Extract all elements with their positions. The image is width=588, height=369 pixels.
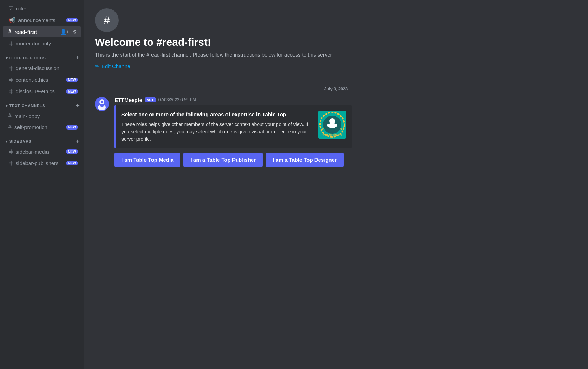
sidebar: ☑ rules 📢 announcements NEW # read-first… [0,0,84,369]
role-buttons-group: I am Table Top Media I am a Table Top Pu… [114,153,577,167]
add-member-button[interactable]: 👤+ [59,28,70,35]
hash-icon: # [8,29,12,35]
channel-self-promotion[interactable]: # self-promotion NEW [3,122,81,132]
new-badge: NEW [66,89,78,94]
add-channel-button[interactable]: + [74,55,81,61]
svg-text:TABLE TOP INITIATIVE: TABLE TOP INITIATIVE [323,134,342,136]
chevron-icon: ▾ [6,56,8,60]
add-channel-button[interactable]: + [74,138,81,145]
locked-hash-icon: ⋕ [8,76,13,83]
svg-rect-10 [327,124,331,127]
channel-rules[interactable]: ☑ rules [3,3,81,14]
embed-thumbnail: ★ ★ ★ ★ TABLE TOP INITIATIVE [318,111,346,139]
new-badge: NEW [66,125,78,130]
message-body: ETTMeeple BOT 07/03/2023 6:59 PM Select … [114,97,577,167]
btn-table-top-publisher[interactable]: I am a Table Top Publisher [183,153,263,167]
channel-action-group: 👤+ ⚙ [59,28,78,35]
channel-description: This is the start of the #read-first cha… [95,51,409,59]
channel-label: sidebar-media [16,149,65,155]
channel-label: read-first [14,29,58,35]
embed-text: Select one or more of the following area… [121,111,313,143]
hash-icon: # [8,113,12,119]
messages-area: July 3, 2023 ETTMeeple [84,75,588,369]
hash-symbol: # [104,14,110,27]
btn-table-top-designer[interactable]: I am a Table Top Designer [266,153,344,167]
channel-header: # Welcome to #read-first! This is the st… [84,0,588,75]
section-sidebars: ▾ SIDEBARS + [0,133,84,146]
channel-label: disclosure-ethics [16,88,65,94]
message-item: ETTMeeple BOT 07/03/2023 6:59 PM Select … [95,97,577,167]
message-timestamp: 07/03/2023 6:59 PM [158,97,196,102]
rules-icon: ☑ [8,5,13,12]
hash-icon: # [8,124,12,130]
edit-channel-label: Edit Channel [102,63,132,69]
locked-hash-icon: ⋕ [8,160,13,167]
embed-title: Select one or more of the following area… [121,111,313,118]
embed-card: Select one or more of the following area… [114,105,352,148]
channel-read-first[interactable]: # read-first 👤+ ⚙ [3,26,81,37]
channel-announcements[interactable]: 📢 announcements NEW [3,15,81,25]
svg-rect-4 [100,104,104,107]
locked-hash-icon: ⋕ [8,40,13,47]
thumbnail-svg: ★ ★ ★ ★ TABLE TOP INITIATIVE [318,111,346,139]
locked-hash-icon: ⋕ [8,88,13,95]
svg-point-8 [329,118,335,124]
locked-hash-icon: ⋕ [8,65,13,72]
svg-point-3 [101,101,103,103]
new-badge: NEW [66,149,78,154]
chevron-icon: ▾ [6,104,8,108]
avatar [95,97,109,111]
channel-label: moderator-only [16,40,78,46]
channel-general-discussion[interactable]: ⋕ general-discussion [3,63,81,74]
section-label: CODE OF ETHICS [9,56,46,60]
channel-sidebar-publishers[interactable]: ⋕ sidebar-publishers NEW [3,158,81,169]
channel-label: rules [16,6,78,12]
svg-text:★: ★ [322,115,325,118]
channel-main-lobby[interactable]: # main-lobby [3,111,81,121]
channel-moderator-only[interactable]: ⋕ moderator-only [3,38,81,49]
new-badge: NEW [66,78,78,82]
message-header: ETTMeeple BOT 07/03/2023 6:59 PM [114,97,577,103]
new-badge: NEW [66,18,78,22]
add-channel-button[interactable]: + [74,103,81,109]
section-code-of-ethics: ▾ CODE OF ETHICS + [0,49,84,62]
message-author: ETTMeeple [114,97,142,103]
embed-description: These roles helps give other members of … [121,121,313,143]
main-content: # Welcome to #read-first! This is the st… [84,0,588,369]
settings-button[interactable]: ⚙ [72,28,78,35]
announcements-icon: 📢 [8,17,15,23]
channel-content-ethics[interactable]: ⋕ content-ethics NEW [3,74,81,85]
svg-rect-11 [334,124,337,127]
avatar-svg [95,97,109,111]
date-divider: July 3, 2023 [95,87,577,91]
channel-label: content-ethics [16,77,65,83]
locked-hash-icon: ⋕ [8,148,13,155]
channel-label: main-lobby [14,113,78,119]
date-text: July 3, 2023 [324,87,348,91]
channel-title: Welcome to #read-first! [95,36,577,48]
svg-text:★: ★ [339,115,342,118]
pencil-icon: ✏ [95,63,99,69]
new-badge: NEW [66,161,78,165]
channel-icon-large: # [95,8,119,32]
channel-label: self-promotion [14,124,65,130]
btn-table-top-media[interactable]: I am Table Top Media [114,153,180,167]
svg-text:★: ★ [322,127,324,131]
channel-label: sidebar-publishers [16,160,65,166]
channel-disclosure-ethics[interactable]: ⋕ disclosure-ethics NEW [3,86,81,97]
chevron-icon: ▾ [6,139,8,144]
section-label: SIDEBARS [9,139,31,143]
svg-text:★: ★ [340,127,342,131]
channel-label: announcements [18,17,65,23]
channel-label: general-discussion [16,65,78,71]
channel-sidebar-media[interactable]: ⋕ sidebar-media NEW [3,146,81,157]
section-label: TEXT CHANNELS [9,104,45,108]
bot-badge: BOT [145,97,156,102]
edit-channel-button[interactable]: ✏ Edit Channel [95,63,132,69]
section-text-channels: ▾ TEXT CHANNELS + [0,97,84,110]
